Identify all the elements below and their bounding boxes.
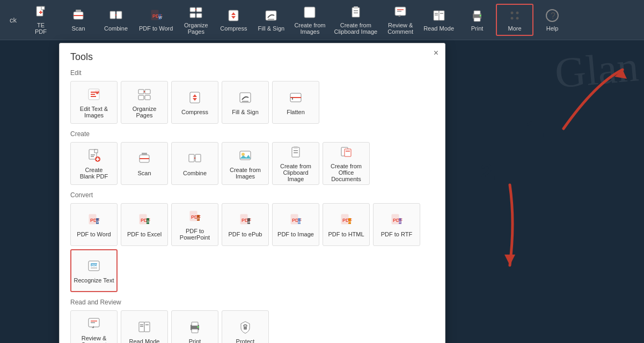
pdf-word-icon: PDFW (86, 212, 102, 228)
toolbar-item-compress[interactable]: Compress (215, 5, 252, 35)
tool-print[interactable]: Print (171, 310, 218, 343)
tool-pdf-to-rtf[interactable]: PDFRT PDF to RTF (373, 203, 420, 246)
svg-rect-15 (196, 13, 202, 18)
toolbar-item-help[interactable]: ? Help (533, 5, 571, 35)
toolbar-item-scan[interactable]: Scan (60, 5, 97, 35)
tool-recognize-text[interactable]: OCR Recognize Text (70, 249, 118, 292)
tool-label: PDF to Excel (127, 231, 162, 237)
svg-rect-75 (345, 149, 351, 156)
help-icon: ? (545, 8, 560, 23)
modal-sections: Edit Edit Text &Images OrganizePages Com… (70, 69, 434, 343)
review-icon (393, 5, 408, 20)
svg-rect-13 (196, 8, 202, 12)
svg-text:RT: RT (399, 220, 403, 223)
main-area: Glan × Tools Edit Edit Text &Images Orga… (0, 40, 644, 343)
toolbar-item-combine[interactable]: Combine (97, 5, 135, 35)
toolbar-item-more[interactable]: More (496, 4, 533, 36)
tool-organize-pages[interactable]: OrganizePages (121, 81, 168, 124)
tool-fill-sign[interactable]: Fill & Sign (222, 81, 269, 124)
section-label-convert: Convert (70, 191, 434, 199)
tool-label: Scan (137, 170, 151, 176)
svg-marker-118 (504, 255, 515, 265)
toolbar-item-review-comment[interactable]: Review &Comment (382, 2, 419, 38)
tool-label: Create fromImages (230, 167, 261, 180)
tool-scan[interactable]: Scan (121, 142, 168, 185)
modal-section-read-review: Read and Review Review &Comment Read Mod… (70, 299, 434, 343)
tool-pdf-to-powerpoint[interactable]: PDFPP PDF toPowerPoint (171, 203, 218, 246)
toolbar-item-organize-pages[interactable]: OrganizePages (177, 2, 215, 38)
toolbar-item-fill-sign[interactable]: Fill & Sign (252, 5, 290, 35)
clipboard-icon (348, 5, 363, 20)
image-icon (302, 5, 317, 20)
pdf-excel-icon: PDFX (136, 212, 152, 228)
tool-create-from-images[interactable]: Create fromImages (222, 142, 269, 185)
svg-text:W: W (97, 220, 100, 223)
tool-label: Compress (181, 109, 208, 115)
toolbar-item-label: Review &Comment (387, 22, 413, 35)
toolbar-item-label: Help (546, 25, 559, 32)
svg-rect-71 (294, 146, 298, 148)
svg-rect-57 (94, 150, 98, 153)
toolbar-item-label: Combine (104, 25, 128, 32)
tools-grid-edit: Edit Text &Images OrganizePages Compress… (70, 81, 434, 124)
tool-label: PDF to RTF (381, 231, 412, 237)
svg-rect-48 (145, 90, 150, 94)
tool-create-clipboard-image[interactable]: Create fromClipboard Image (272, 142, 319, 185)
tool-read-mode[interactable]: Read Mode (121, 310, 168, 343)
tool-combine[interactable]: Combine (171, 142, 218, 185)
toolbar-item-create-pdf[interactable]: TEPDF (22, 2, 60, 38)
tool-label: Fill & Sign (232, 109, 259, 115)
tool-create-office[interactable]: Create fromOfficeDocuments (323, 142, 370, 185)
svg-rect-14 (190, 13, 195, 18)
svg-rect-34 (474, 18, 480, 21)
tool-compress[interactable]: Compress (171, 81, 218, 124)
svg-marker-116 (614, 70, 627, 79)
tool-label: Combine (183, 170, 207, 176)
svg-rect-16 (229, 10, 238, 21)
toolbar-item-create-clipboard[interactable]: Create fromClipboard Image (330, 2, 382, 38)
svg-rect-67 (195, 154, 201, 162)
toolbar-item-label: Scan (71, 25, 85, 32)
tool-pdf-to-word[interactable]: PDFW PDF to Word (70, 203, 118, 246)
svg-point-38 (511, 17, 514, 20)
combine-icon (108, 8, 123, 23)
svg-rect-49 (138, 95, 144, 100)
toolbar-item-label: Create fromClipboard Image (334, 22, 377, 35)
svg-text:?: ? (551, 11, 555, 20)
svg-rect-12 (190, 8, 195, 12)
section-label-edit: Edit (70, 69, 434, 77)
svg-rect-65 (142, 153, 147, 155)
tool-create-blank-pdf[interactable]: CreateBlank PDF (70, 142, 118, 185)
pdf-html-icon: PDFHT (338, 212, 354, 228)
toolbar-item-label: PDF to Word (139, 25, 173, 32)
tool-pdf-to-epub[interactable]: PDFeP PDF to ePub (222, 203, 269, 246)
combine-icon (187, 151, 203, 167)
tool-label: PDF to Image (277, 231, 314, 237)
toolbar-item-read-mode[interactable]: Read Mode (419, 5, 458, 35)
tool-protect[interactable]: Protect (222, 310, 269, 343)
toolbar-item-print[interactable]: Print (458, 5, 496, 35)
tool-edit-text-images[interactable]: Edit Text &Images (70, 81, 118, 124)
svg-text:OCR: OCR (92, 264, 99, 267)
pdf-rtf-icon: PDFRT (389, 212, 405, 228)
file-plus-icon (33, 5, 48, 20)
tool-label: PDF to Word (77, 231, 111, 237)
toolbar-item-pdf-to-word[interactable]: PDFW PDF to Word (135, 5, 177, 35)
tool-review-comment[interactable]: Review &Comment (70, 310, 118, 343)
create-images-icon (237, 147, 253, 163)
tool-label: Print (189, 338, 201, 343)
tool-flatten[interactable]: Flatten (272, 81, 319, 124)
modal-close-button[interactable]: × (434, 49, 438, 57)
tools-grid-create: CreateBlank PDF Scan Combine Create from… (70, 142, 434, 185)
svg-text:PP: PP (197, 217, 202, 220)
pdf-epub-icon: PDFeP (237, 212, 253, 228)
flatten-icon (288, 90, 304, 106)
tool-pdf-to-html[interactable]: PDFHT PDF to HTML (323, 203, 370, 246)
svg-text:W: W (158, 16, 162, 19)
svg-point-113 (197, 326, 199, 328)
tool-pdf-to-image[interactable]: PDFIm PDF to Image (272, 203, 319, 246)
toolbar-item-create-from-images[interactable]: Create fromImages (290, 2, 330, 38)
tool-pdf-to-excel[interactable]: PDFX PDF to Excel (121, 203, 168, 246)
toolbar-item-label: Print (471, 25, 484, 32)
tool-label: PDF toPowerPoint (180, 228, 210, 241)
